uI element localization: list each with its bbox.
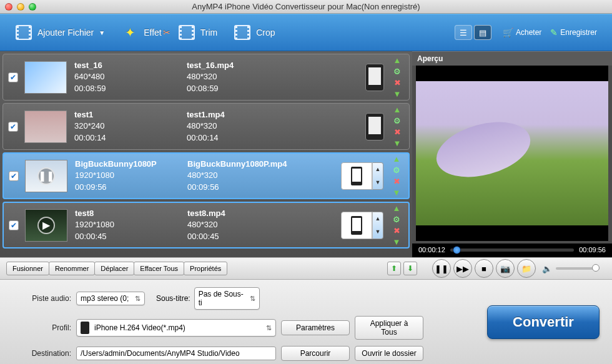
effect-label: Effet bbox=[144, 27, 162, 37]
device-icon bbox=[351, 216, 362, 235]
gear-icon[interactable]: ⚙ bbox=[392, 67, 402, 77]
audio-track-select[interactable]: mp3 stereo (0; ⇅ bbox=[76, 292, 145, 305]
seek-knob[interactable] bbox=[453, 246, 461, 254]
gear-icon[interactable]: ⚙ bbox=[392, 215, 402, 225]
apply-all-button[interactable]: Appliquer à Tous bbox=[355, 316, 423, 340]
checkbox[interactable]: ✔ bbox=[8, 72, 18, 82]
preview-timeline: 00:00:12 00:09:56 bbox=[412, 243, 612, 257]
add-file-button[interactable]: Ajouter Fichier ▼ bbox=[6, 20, 112, 45]
view-detail-button[interactable]: ▤ bbox=[474, 25, 491, 40]
profile-value: iPhone H.264 Video(*.mp4) bbox=[94, 323, 185, 332]
source-resolution: 320*240 bbox=[74, 121, 187, 132]
move-up-icon[interactable]: ▲ bbox=[392, 105, 402, 115]
move-down-icon[interactable]: ▼ bbox=[392, 188, 402, 198]
preview-video[interactable] bbox=[416, 66, 608, 241]
crop-button[interactable]: Crop bbox=[225, 20, 282, 45]
merge-button[interactable]: Fusionner bbox=[6, 262, 49, 275]
rename-button[interactable]: Renommer bbox=[49, 262, 95, 275]
settings-button[interactable]: Paramètres bbox=[281, 320, 350, 335]
file-row[interactable]: ✔ test1 320*240 00:00:14 test1.mp4 480*3… bbox=[2, 103, 410, 150]
remove-icon[interactable]: ✖ bbox=[392, 127, 402, 137]
move-up-icon[interactable]: ▲ bbox=[392, 56, 402, 66]
zoom-icon[interactable] bbox=[29, 3, 36, 11]
output-name: test_16.mp4 bbox=[187, 60, 299, 71]
open-snapshot-folder-button[interactable]: 📁 bbox=[517, 259, 536, 278]
film-add-icon bbox=[16, 25, 32, 40]
file-name: test8 bbox=[75, 208, 187, 219]
move-down-icon[interactable]: ▼ bbox=[392, 139, 402, 149]
pause-icon: ❚❚ bbox=[37, 167, 55, 185]
next-button[interactable]: ▶▶ bbox=[453, 259, 472, 278]
list-move-down-button[interactable]: ⬇ bbox=[403, 262, 417, 275]
move-down-icon[interactable]: ▼ bbox=[392, 89, 402, 99]
scissors-icon: ✂ bbox=[163, 27, 170, 37]
move-button[interactable]: Déplacer bbox=[94, 262, 134, 275]
move-down-icon[interactable]: ▼ bbox=[392, 237, 402, 247]
minimize-icon[interactable] bbox=[17, 3, 24, 11]
view-toggle: ☰ ▤ bbox=[455, 25, 491, 40]
remove-icon[interactable]: ✖ bbox=[392, 78, 402, 88]
window-controls bbox=[5, 3, 36, 11]
destination-label: Destination: bbox=[9, 349, 71, 358]
buy-link[interactable]: 🛒 Acheter bbox=[503, 27, 541, 37]
view-list-button[interactable]: ☰ bbox=[455, 25, 472, 40]
file-row[interactable]: ✔ ▶ test8 1920*1080 00:00:45 test8.mp4 4… bbox=[2, 202, 410, 248]
trim-button[interactable]: ✂ Trim bbox=[169, 20, 225, 45]
register-link[interactable]: ✎ Enregistrer bbox=[550, 27, 597, 37]
device-picker[interactable]: ▲▼ bbox=[341, 162, 383, 190]
file-list: ✔ test_16 640*480 00:08:59 test_16.mp4 4… bbox=[0, 51, 412, 257]
device-icon bbox=[365, 113, 384, 140]
gear-icon[interactable]: ⚙ bbox=[392, 116, 402, 126]
volume-icon: 🔈 bbox=[542, 264, 552, 273]
pause-button[interactable]: ❚❚ bbox=[432, 259, 451, 278]
file-row[interactable]: ✔ test_16 640*480 00:08:59 test_16.mp4 4… bbox=[2, 54, 410, 101]
browse-button[interactable]: Parcourir bbox=[281, 346, 350, 361]
profile-select[interactable]: iPhone H.264 Video(*.mp4) ⇅ bbox=[76, 319, 276, 337]
convert-button[interactable]: Convertir bbox=[487, 305, 600, 339]
gear-icon[interactable]: ⚙ bbox=[392, 165, 402, 175]
crop-label: Crop bbox=[256, 27, 275, 37]
move-up-icon[interactable]: ▲ bbox=[392, 154, 402, 164]
properties-button[interactable]: Propriétés bbox=[184, 262, 227, 275]
stepper-down-icon[interactable]: ▼ bbox=[373, 176, 383, 189]
checkbox[interactable]: ✔ bbox=[9, 220, 19, 230]
audio-track-label: Piste audio: bbox=[9, 294, 71, 303]
source-duration: 00:08:59 bbox=[74, 83, 187, 94]
select-arrows-icon: ⇅ bbox=[266, 324, 272, 332]
stop-button[interactable]: ■ bbox=[475, 259, 493, 278]
device-icon bbox=[365, 64, 384, 91]
stepper-up-icon[interactable]: ▲ bbox=[373, 163, 383, 176]
register-label: Enregistrer bbox=[560, 28, 597, 37]
effect-button[interactable]: ✦ Effet bbox=[112, 20, 169, 45]
file-name: BigBuckBunny1080P bbox=[75, 159, 187, 170]
subtitle-value: Pas de Sous-ti bbox=[199, 290, 247, 307]
toolbar: Ajouter Fichier ▼ ✦ Effet ✂ Trim Crop ☰ … bbox=[0, 14, 612, 51]
seek-slider[interactable] bbox=[450, 248, 574, 252]
list-move-up-button[interactable]: ⬆ bbox=[387, 262, 401, 275]
destination-input[interactable]: /Users/admin/Documents/AnyMP4 Studio/Vid… bbox=[76, 347, 276, 360]
thumbnail: ❚❚ bbox=[25, 160, 67, 192]
checkbox[interactable]: ✔ bbox=[9, 171, 19, 181]
move-up-icon[interactable]: ▲ bbox=[392, 204, 402, 214]
file-row[interactable]: ✔ ❚❚ BigBuckBunny1080P 1920*1080 00:09:5… bbox=[2, 152, 410, 199]
bottom-panel: Piste audio: mp3 stereo (0; ⇅ Sous-titre… bbox=[0, 280, 612, 364]
output-name: test1.mp4 bbox=[187, 109, 299, 121]
close-icon[interactable] bbox=[5, 3, 12, 11]
cart-icon: 🛒 bbox=[503, 27, 513, 37]
remove-icon[interactable]: ✖ bbox=[392, 226, 402, 236]
open-folder-button[interactable]: Ouvrir le dossier bbox=[355, 346, 423, 361]
remove-icon[interactable]: ✖ bbox=[392, 177, 402, 187]
stepper-down-icon[interactable]: ▼ bbox=[373, 225, 383, 239]
subtitle-select[interactable]: Pas de Sous-ti ⇅ bbox=[194, 287, 260, 310]
thumbnail bbox=[24, 61, 67, 94]
stepper-up-icon[interactable]: ▲ bbox=[373, 212, 383, 225]
select-arrows-icon: ⇅ bbox=[250, 295, 255, 303]
volume-slider[interactable] bbox=[556, 267, 600, 270]
clear-all-button[interactable]: Effacer Tous bbox=[134, 262, 184, 275]
current-time: 00:00:12 bbox=[418, 246, 445, 253]
snapshot-button[interactable]: 📷 bbox=[496, 259, 515, 278]
volume-knob[interactable] bbox=[592, 264, 600, 272]
checkbox[interactable]: ✔ bbox=[8, 122, 18, 132]
subtitle-label: Sous-titre: bbox=[156, 294, 190, 303]
device-picker[interactable]: ▲▼ bbox=[341, 212, 383, 239]
